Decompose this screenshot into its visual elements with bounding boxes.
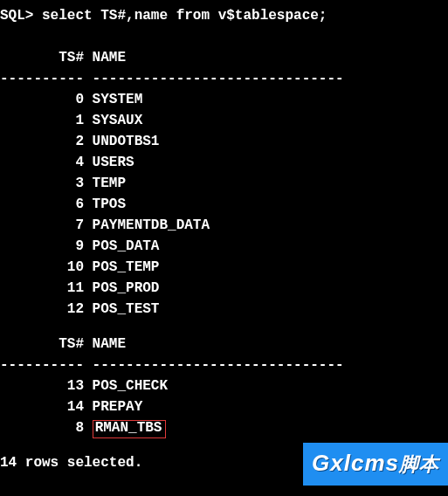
table-row: 7 PAYMENTDB_DATA xyxy=(0,215,448,236)
result-block-2: 13 POS_CHECK 14 PREPAY 8 RMAN_TBS xyxy=(0,375,448,438)
table-row: 0 SYSTEM xyxy=(0,89,448,110)
highlighted-name: RMAN_TBS xyxy=(93,420,167,438)
table-row: 11 POS_PROD xyxy=(0,278,448,299)
sql-prompt: SQL> select TS#,name from v$tablespace; xyxy=(0,5,448,26)
table-row: 4 USERS xyxy=(0,152,448,173)
result-block-1: 0 SYSTEM 1 SYSAUX 2 UNDOTBS1 4 USERS 3 T… xyxy=(0,89,448,320)
table-row: 6 TPOS xyxy=(0,194,448,215)
table-row: 13 POS_CHECK xyxy=(0,375,448,396)
separator-1: ---------- -----------------------------… xyxy=(0,68,448,89)
table-row: 12 POS_TEST xyxy=(0,299,448,320)
blank-line xyxy=(0,33,448,47)
column-header-2: TS# NAME xyxy=(0,334,448,355)
table-row: 2 UNDOTBS1 xyxy=(0,131,448,152)
blank-line xyxy=(0,320,448,334)
table-row: 3 TEMP xyxy=(0,173,448,194)
table-row: 9 POS_DATA xyxy=(0,236,448,257)
table-row: 8 RMAN_TBS xyxy=(0,417,448,438)
watermark-sub: 脚本 xyxy=(399,453,439,475)
watermark-main: Gxlcms xyxy=(312,450,399,476)
table-row: 10 POS_TEMP xyxy=(0,257,448,278)
watermark-badge: Gxlcms脚本 xyxy=(303,443,448,486)
column-header-1: TS# NAME xyxy=(0,47,448,68)
table-row: 14 PREPAY xyxy=(0,396,448,417)
table-row: 1 SYSAUX xyxy=(0,110,448,131)
separator-2: ---------- -----------------------------… xyxy=(0,355,448,375)
